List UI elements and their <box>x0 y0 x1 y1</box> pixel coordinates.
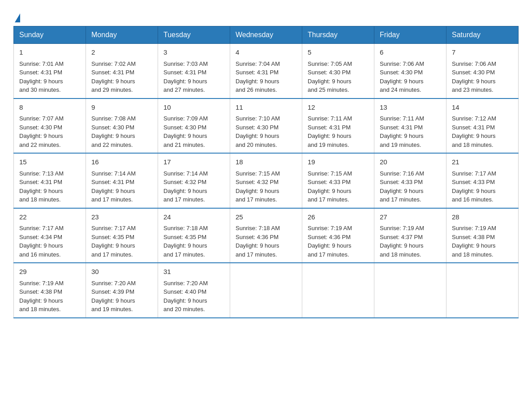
day-number: 5 <box>308 47 369 58</box>
calendar-cell <box>302 263 374 318</box>
calendar-header: SundayMondayTuesdayWednesdayThursdayFrid… <box>14 26 519 44</box>
calendar-cell: 30 Sunrise: 7:20 AMSunset: 4:39 PMDaylig… <box>86 263 158 318</box>
calendar-cell: 7 Sunrise: 7:06 AMSunset: 4:30 PMDayligh… <box>446 44 519 98</box>
calendar-cell <box>230 263 302 318</box>
day-header-thursday: Thursday <box>302 26 374 44</box>
day-info: Sunrise: 7:09 AMSunset: 4:30 PMDaylight:… <box>163 115 208 148</box>
day-number: 13 <box>380 103 441 113</box>
calendar-cell: 20 Sunrise: 7:16 AMSunset: 4:33 PMDaylig… <box>374 153 446 208</box>
calendar-body: 1 Sunrise: 7:01 AMSunset: 4:31 PMDayligh… <box>14 44 519 318</box>
day-info: Sunrise: 7:16 AMSunset: 4:33 PMDaylight:… <box>380 170 424 203</box>
day-info: Sunrise: 7:13 AMSunset: 4:31 PMDaylight:… <box>19 170 64 203</box>
day-number: 8 <box>19 103 80 113</box>
day-number: 14 <box>452 103 513 113</box>
calendar-week-1: 1 Sunrise: 7:01 AMSunset: 4:31 PMDayligh… <box>14 44 519 98</box>
logo-triangle-icon <box>15 13 20 22</box>
day-info: Sunrise: 7:14 AMSunset: 4:31 PMDaylight:… <box>91 170 136 203</box>
calendar-cell: 26 Sunrise: 7:19 AMSunset: 4:36 PMDaylig… <box>302 208 374 263</box>
calendar-cell <box>446 263 519 318</box>
day-info: Sunrise: 7:12 AMSunset: 4:31 PMDaylight:… <box>452 115 496 148</box>
day-info: Sunrise: 7:20 AMSunset: 4:39 PMDaylight:… <box>91 280 136 313</box>
day-number: 11 <box>236 103 296 113</box>
day-number: 2 <box>91 47 152 58</box>
day-info: Sunrise: 7:06 AMSunset: 4:30 PMDaylight:… <box>380 60 424 94</box>
calendar-cell: 28 Sunrise: 7:19 AMSunset: 4:38 PMDaylig… <box>446 208 519 263</box>
day-number: 20 <box>380 157 441 167</box>
day-number: 27 <box>380 212 441 223</box>
day-number: 1 <box>19 47 80 58</box>
day-header-friday: Friday <box>374 26 446 44</box>
day-info: Sunrise: 7:06 AMSunset: 4:30 PMDaylight:… <box>452 60 496 94</box>
day-info: Sunrise: 7:20 AMSunset: 4:40 PMDaylight:… <box>163 280 208 313</box>
day-info: Sunrise: 7:02 AMSunset: 4:31 PMDaylight:… <box>91 60 136 94</box>
calendar-cell: 2 Sunrise: 7:02 AMSunset: 4:31 PMDayligh… <box>86 44 158 98</box>
calendar-cell: 11 Sunrise: 7:10 AMSunset: 4:30 PMDaylig… <box>230 98 302 154</box>
day-number: 22 <box>19 212 80 223</box>
day-info: Sunrise: 7:11 AMSunset: 4:31 PMDaylight:… <box>380 115 424 148</box>
day-info: Sunrise: 7:15 AMSunset: 4:32 PMDaylight:… <box>236 170 280 203</box>
calendar-cell: 1 Sunrise: 7:01 AMSunset: 4:31 PMDayligh… <box>14 44 86 98</box>
day-info: Sunrise: 7:19 AMSunset: 4:37 PMDaylight:… <box>380 225 424 258</box>
day-info: Sunrise: 7:10 AMSunset: 4:30 PMDaylight:… <box>236 115 280 148</box>
day-header-monday: Monday <box>86 26 158 44</box>
day-number: 6 <box>380 47 441 58</box>
calendar-week-2: 8 Sunrise: 7:07 AMSunset: 4:30 PMDayligh… <box>14 98 519 154</box>
day-info: Sunrise: 7:15 AMSunset: 4:33 PMDaylight:… <box>308 170 352 203</box>
day-info: Sunrise: 7:18 AMSunset: 4:35 PMDaylight:… <box>163 225 208 258</box>
day-number: 30 <box>91 267 152 277</box>
day-header-sunday: Sunday <box>14 26 86 44</box>
day-info: Sunrise: 7:14 AMSunset: 4:32 PMDaylight:… <box>163 170 208 203</box>
day-number: 15 <box>19 157 80 167</box>
day-header-tuesday: Tuesday <box>158 26 230 44</box>
day-info: Sunrise: 7:11 AMSunset: 4:31 PMDaylight:… <box>308 115 352 148</box>
calendar-cell: 31 Sunrise: 7:20 AMSunset: 4:40 PMDaylig… <box>158 263 230 318</box>
day-info: Sunrise: 7:01 AMSunset: 4:31 PMDaylight:… <box>19 60 64 94</box>
calendar-cell: 27 Sunrise: 7:19 AMSunset: 4:37 PMDaylig… <box>374 208 446 263</box>
day-header-wednesday: Wednesday <box>230 26 302 44</box>
calendar-cell: 6 Sunrise: 7:06 AMSunset: 4:30 PMDayligh… <box>374 44 446 98</box>
day-info: Sunrise: 7:17 AMSunset: 4:35 PMDaylight:… <box>91 225 136 258</box>
day-number: 26 <box>308 212 369 223</box>
calendar-cell: 21 Sunrise: 7:17 AMSunset: 4:33 PMDaylig… <box>446 153 519 208</box>
day-number: 9 <box>91 103 152 113</box>
calendar-cell: 5 Sunrise: 7:05 AMSunset: 4:30 PMDayligh… <box>302 44 374 98</box>
calendar-cell: 22 Sunrise: 7:17 AMSunset: 4:34 PMDaylig… <box>14 208 86 263</box>
day-number: 21 <box>452 157 513 167</box>
calendar-cell: 19 Sunrise: 7:15 AMSunset: 4:33 PMDaylig… <box>302 153 374 208</box>
day-number: 31 <box>163 267 224 277</box>
day-info: Sunrise: 7:19 AMSunset: 4:38 PMDaylight:… <box>452 225 496 258</box>
calendar-cell: 25 Sunrise: 7:18 AMSunset: 4:36 PMDaylig… <box>230 208 302 263</box>
day-number: 7 <box>452 47 513 58</box>
day-number: 17 <box>163 157 224 167</box>
calendar-cell: 12 Sunrise: 7:11 AMSunset: 4:31 PMDaylig… <box>302 98 374 154</box>
calendar-cell: 23 Sunrise: 7:17 AMSunset: 4:35 PMDaylig… <box>86 208 158 263</box>
calendar-week-4: 22 Sunrise: 7:17 AMSunset: 4:34 PMDaylig… <box>14 208 519 263</box>
day-number: 3 <box>163 47 224 58</box>
calendar-cell: 29 Sunrise: 7:19 AMSunset: 4:38 PMDaylig… <box>14 263 86 318</box>
day-number: 18 <box>236 157 296 167</box>
day-number: 10 <box>163 103 224 113</box>
day-info: Sunrise: 7:07 AMSunset: 4:30 PMDaylight:… <box>19 115 64 148</box>
day-info: Sunrise: 7:08 AMSunset: 4:30 PMDaylight:… <box>91 115 136 148</box>
calendar-cell <box>374 263 446 318</box>
calendar-cell: 14 Sunrise: 7:12 AMSunset: 4:31 PMDaylig… <box>446 98 519 154</box>
day-info: Sunrise: 7:18 AMSunset: 4:36 PMDaylight:… <box>236 225 280 258</box>
day-info: Sunrise: 7:17 AMSunset: 4:33 PMDaylight:… <box>452 170 496 203</box>
day-number: 24 <box>163 212 224 223</box>
calendar-cell: 13 Sunrise: 7:11 AMSunset: 4:31 PMDaylig… <box>374 98 446 154</box>
calendar-cell: 10 Sunrise: 7:09 AMSunset: 4:30 PMDaylig… <box>158 98 230 154</box>
day-info: Sunrise: 7:19 AMSunset: 4:38 PMDaylight:… <box>19 280 64 313</box>
calendar-cell: 18 Sunrise: 7:15 AMSunset: 4:32 PMDaylig… <box>230 153 302 208</box>
day-info: Sunrise: 7:04 AMSunset: 4:31 PMDaylight:… <box>236 60 280 94</box>
calendar-week-3: 15 Sunrise: 7:13 AMSunset: 4:31 PMDaylig… <box>14 153 519 208</box>
day-number: 19 <box>308 157 369 167</box>
day-info: Sunrise: 7:17 AMSunset: 4:34 PMDaylight:… <box>19 225 64 258</box>
day-number: 28 <box>452 212 513 223</box>
calendar-cell: 16 Sunrise: 7:14 AMSunset: 4:31 PMDaylig… <box>86 153 158 208</box>
day-number: 23 <box>91 212 152 223</box>
calendar-cell: 9 Sunrise: 7:08 AMSunset: 4:30 PMDayligh… <box>86 98 158 154</box>
calendar-week-5: 29 Sunrise: 7:19 AMSunset: 4:38 PMDaylig… <box>14 263 519 318</box>
calendar-cell: 4 Sunrise: 7:04 AMSunset: 4:31 PMDayligh… <box>230 44 302 98</box>
calendar-cell: 8 Sunrise: 7:07 AMSunset: 4:30 PMDayligh… <box>14 98 86 154</box>
logo <box>13 13 20 21</box>
